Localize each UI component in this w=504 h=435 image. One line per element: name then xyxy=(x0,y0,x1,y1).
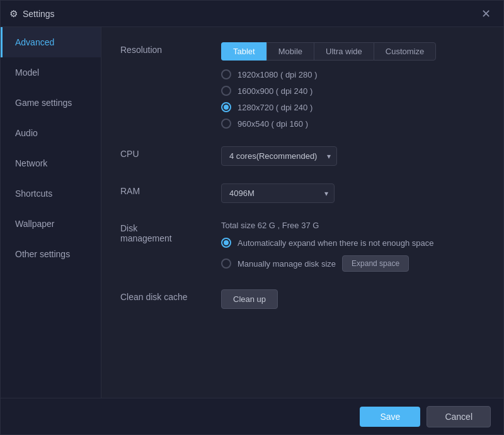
sidebar: Advanced Model Game settings Audio Netwo… xyxy=(1,27,101,398)
resolution-tabs: Tablet Mobile Ultra wide Customize xyxy=(221,42,484,61)
dialog-title: Settings xyxy=(23,9,55,19)
sidebar-item-advanced[interactable]: Advanced xyxy=(1,27,101,57)
save-button[interactable]: Save xyxy=(360,407,420,427)
expand-space-button[interactable]: Expand space xyxy=(342,255,409,272)
disk-management-section: Disk management Total size 62 G , Free 3… xyxy=(120,221,484,272)
cpu-label: CPU xyxy=(120,146,221,159)
disk-option-manual[interactable]: Manually manage disk size Expand space xyxy=(221,255,484,272)
sidebar-item-shortcuts[interactable]: Shortcuts xyxy=(1,178,101,209)
radio-manual xyxy=(221,258,231,269)
ram-select-wrapper: 4096M xyxy=(221,183,335,203)
disk-option-auto[interactable]: Automatically expand when there is not e… xyxy=(221,238,484,248)
sidebar-item-game-settings[interactable]: Game settings xyxy=(1,88,101,118)
title-bar-left: ⚙ Settings xyxy=(9,8,55,20)
radio-1080 xyxy=(221,69,231,79)
settings-icon: ⚙ xyxy=(9,8,18,20)
radio-720 xyxy=(221,102,231,112)
disk-management-label: Disk management xyxy=(120,221,221,243)
clean-disk-cache-content: Clean up xyxy=(221,289,484,309)
disk-options: Automatically expand when there is not e… xyxy=(221,238,484,272)
cpu-section: CPU 4 cores(Recommended) xyxy=(120,146,484,166)
cancel-button[interactable]: Cancel xyxy=(427,406,491,427)
settings-dialog: ⚙ Settings ✕ Advanced Model Game setting… xyxy=(0,0,504,435)
clean-disk-cache-label: Clean disk cache xyxy=(120,289,221,302)
disk-info: Total size 62 G , Free 37 G xyxy=(221,221,484,230)
sidebar-item-audio[interactable]: Audio xyxy=(1,118,101,148)
radio-900 xyxy=(221,86,231,96)
cpu-select[interactable]: 4 cores(Recommended) xyxy=(221,146,337,166)
cleanup-button[interactable]: Clean up xyxy=(221,289,278,309)
cpu-select-wrapper: 4 cores(Recommended) xyxy=(221,146,337,166)
tab-tablet[interactable]: Tablet xyxy=(221,42,266,61)
resolution-content: Tablet Mobile Ultra wide Customize 1920x… xyxy=(221,42,484,129)
disk-management-content: Total size 62 G , Free 37 G Automaticall… xyxy=(221,221,484,272)
tab-mobile[interactable]: Mobile xyxy=(266,42,314,61)
dialog-content: Advanced Model Game settings Audio Netwo… xyxy=(1,27,503,398)
tab-customize[interactable]: Customize xyxy=(374,42,436,61)
resolution-section: Resolution Tablet Mobile Ultra wide Cust… xyxy=(120,42,484,129)
footer: Save Cancel xyxy=(1,398,503,434)
resolution-option-720[interactable]: 1280x720 ( dpi 240 ) xyxy=(221,102,484,112)
ram-section: RAM 4096M xyxy=(120,183,484,203)
resolution-option-1080[interactable]: 1920x1080 ( dpi 280 ) xyxy=(221,69,484,79)
clean-disk-cache-section: Clean disk cache Clean up xyxy=(120,289,484,309)
ram-content: 4096M xyxy=(221,183,484,203)
cpu-content: 4 cores(Recommended) xyxy=(221,146,484,166)
resolution-option-900[interactable]: 1600x900 ( dpi 240 ) xyxy=(221,86,484,96)
resolution-option-540[interactable]: 960x540 ( dpi 160 ) xyxy=(221,119,484,129)
radio-540 xyxy=(221,119,231,129)
sidebar-item-network[interactable]: Network xyxy=(1,148,101,178)
tab-ultrawide[interactable]: Ultra wide xyxy=(314,42,374,61)
ram-label: RAM xyxy=(120,183,221,196)
resolution-options: 1920x1080 ( dpi 280 ) 1600x900 ( dpi 240… xyxy=(221,69,484,129)
resolution-label: Resolution xyxy=(120,42,221,55)
sidebar-item-model[interactable]: Model xyxy=(1,57,101,88)
sidebar-item-other-settings[interactable]: Other settings xyxy=(1,239,101,269)
ram-select[interactable]: 4096M xyxy=(221,183,335,203)
close-button[interactable]: ✕ xyxy=(477,5,495,23)
radio-auto-expand xyxy=(221,238,231,248)
main-content: Resolution Tablet Mobile Ultra wide Cust… xyxy=(101,27,503,398)
sidebar-item-wallpaper[interactable]: Wallpaper xyxy=(1,209,101,239)
title-bar: ⚙ Settings ✕ xyxy=(1,1,503,27)
